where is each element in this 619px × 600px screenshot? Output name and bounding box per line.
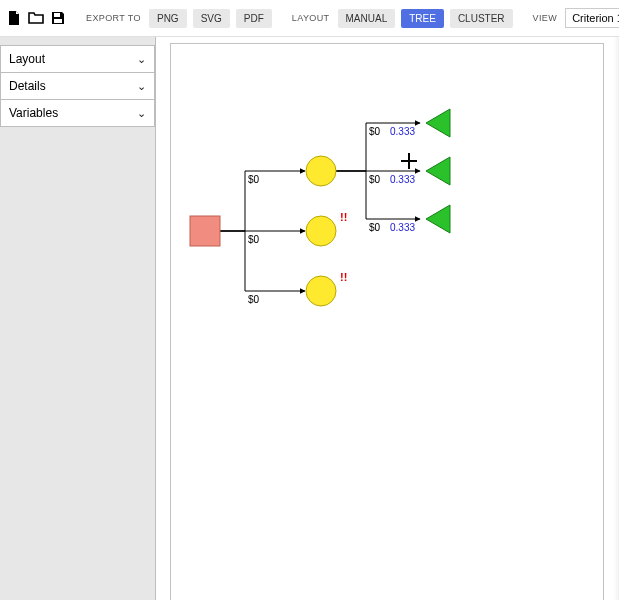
export-label: EXPORT TO [86,13,141,23]
edge[interactable] [215,171,305,231]
new-file-icon[interactable] [6,9,22,27]
sidebar-head-layout[interactable]: Layout ⌄ [1,46,154,72]
sidebar-label-layout: Layout [9,52,45,66]
layout-tree-button[interactable]: TREE [401,9,444,28]
save-icon[interactable] [50,9,66,27]
sidebar-panel-details: Details ⌄ [0,72,155,100]
layout-cluster-button[interactable]: CLUSTER [450,9,513,28]
decision-tree[interactable]: $0 $0 $0 $0 0.333 $0 0.333 $0 0.333 !! [170,43,602,600]
decision-node[interactable] [190,216,220,246]
sidebar-panel-layout: Layout ⌄ [0,45,155,73]
export-pdf-button[interactable]: PDF [236,9,272,28]
terminal-node[interactable] [426,205,450,233]
view-select-value: Criterion 1 [572,12,619,24]
warning-icon: !! [340,271,347,283]
edge-label: $0 [248,294,260,305]
svg-rect-0 [54,13,60,17]
sidebar-label-variables: Variables [9,106,58,120]
sidebar: Layout ⌄ Details ⌄ Variables ⌄ [0,37,156,600]
sidebar-panel-variables: Variables ⌄ [0,99,155,127]
layout-manual-button[interactable]: MANUAL [338,9,396,28]
open-folder-icon[interactable] [28,9,44,27]
chevron-down-icon: ⌄ [137,107,146,120]
edge-label: $0 [248,174,260,185]
edge-label: $0 [248,234,260,245]
svg-rect-1 [54,19,62,23]
sidebar-head-details[interactable]: Details ⌄ [1,73,154,99]
canvas[interactable]: $0 $0 $0 $0 0.333 $0 0.333 $0 0.333 !! [156,37,619,600]
layout-label: LAYOUT [292,13,330,23]
edge-label: $0 [369,126,381,137]
probability-label: 0.333 [390,222,415,233]
add-node-cursor[interactable] [401,153,417,169]
chevron-down-icon: ⌄ [137,80,146,93]
terminal-node[interactable] [426,157,450,185]
probability-label: 0.333 [390,126,415,137]
sidebar-label-details: Details [9,79,46,93]
view-label: VIEW [533,13,558,23]
export-svg-button[interactable]: SVG [193,9,230,28]
probability-label: 0.333 [390,174,415,185]
warning-icon: !! [340,211,347,223]
sidebar-head-variables[interactable]: Variables ⌄ [1,100,154,126]
edge-label: $0 [369,222,381,233]
body: Layout ⌄ Details ⌄ Variables ⌄ [0,37,619,600]
edge[interactable] [215,231,305,291]
view-select[interactable]: Criterion 1 ▼ [565,8,619,28]
chevron-down-icon: ⌄ [137,53,146,66]
terminal-node[interactable] [426,109,450,137]
toolbar: EXPORT TO PNG SVG PDF LAYOUT MANUAL TREE… [0,0,619,37]
edge-label: $0 [369,174,381,185]
export-png-button[interactable]: PNG [149,9,187,28]
